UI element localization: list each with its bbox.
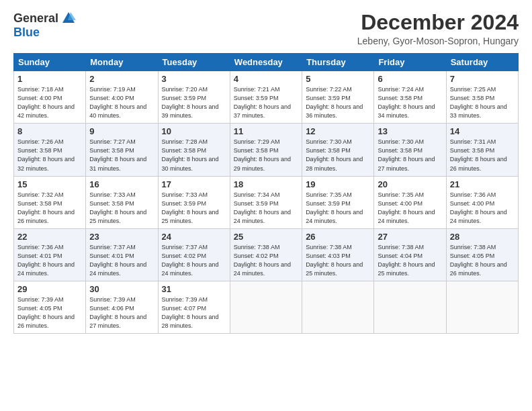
day-info: Sunrise: 7:21 AMSunset: 3:59 PMDaylight:… (234, 86, 291, 119)
calendar-cell: 19Sunrise: 7:35 AMSunset: 3:59 PMDayligh… (302, 176, 374, 228)
col-header-friday: Friday (374, 54, 446, 71)
day-number: 30 (89, 284, 154, 294)
day-info: Sunrise: 7:39 AMSunset: 4:05 PMDaylight:… (17, 296, 75, 329)
day-info: Sunrise: 7:24 AMSunset: 3:58 PMDaylight:… (378, 86, 435, 119)
day-number: 9 (89, 126, 154, 136)
calendar-cell: 6Sunrise: 7:24 AMSunset: 3:58 PMDaylight… (374, 71, 446, 124)
day-number: 23 (89, 232, 154, 242)
day-number: 22 (17, 232, 82, 242)
day-info: Sunrise: 7:26 AMSunset: 3:58 PMDaylight:… (17, 138, 75, 171)
day-number: 19 (306, 179, 370, 189)
calendar-cell: 12Sunrise: 7:30 AMSunset: 3:58 PMDayligh… (302, 124, 374, 176)
col-header-monday: Monday (86, 54, 158, 71)
day-number: 7 (450, 74, 515, 84)
day-number: 18 (234, 179, 298, 189)
day-info: Sunrise: 7:38 AMSunset: 4:04 PMDaylight:… (378, 244, 435, 277)
calendar-cell: 24Sunrise: 7:37 AMSunset: 4:02 PMDayligh… (158, 228, 230, 281)
day-info: Sunrise: 7:37 AMSunset: 4:01 PMDaylight:… (89, 244, 146, 277)
calendar-cell: 14Sunrise: 7:31 AMSunset: 3:58 PMDayligh… (446, 124, 518, 176)
day-number: 16 (89, 179, 154, 189)
day-number: 29 (17, 284, 82, 294)
calendar-cell: 16Sunrise: 7:33 AMSunset: 3:58 PMDayligh… (86, 176, 158, 228)
calendar-cell: 17Sunrise: 7:33 AMSunset: 3:59 PMDayligh… (158, 176, 230, 228)
calendar-cell: 21Sunrise: 7:36 AMSunset: 4:00 PMDayligh… (446, 176, 518, 228)
calendar-cell: 8Sunrise: 7:26 AMSunset: 3:58 PMDaylight… (14, 124, 86, 176)
calendar-cell: 20Sunrise: 7:35 AMSunset: 4:00 PMDayligh… (374, 176, 446, 228)
day-number: 26 (306, 232, 370, 242)
day-number: 6 (378, 74, 442, 84)
day-number: 13 (378, 126, 442, 136)
day-number: 12 (306, 126, 370, 136)
day-info: Sunrise: 7:22 AMSunset: 3:59 PMDaylight:… (306, 86, 363, 119)
day-info: Sunrise: 7:38 AMSunset: 4:05 PMDaylight:… (450, 244, 507, 277)
day-number: 8 (17, 126, 82, 136)
day-info: Sunrise: 7:28 AMSunset: 3:58 PMDaylight:… (162, 138, 219, 171)
week-row-3: 15Sunrise: 7:32 AMSunset: 3:58 PMDayligh… (14, 176, 519, 228)
calendar-cell: 18Sunrise: 7:34 AMSunset: 3:59 PMDayligh… (230, 176, 302, 228)
calendar-cell: 4Sunrise: 7:21 AMSunset: 3:59 PMDaylight… (230, 71, 302, 124)
day-info: Sunrise: 7:25 AMSunset: 3:58 PMDaylight:… (450, 86, 507, 119)
calendar-cell: 9Sunrise: 7:27 AMSunset: 3:58 PMDaylight… (86, 124, 158, 176)
col-header-saturday: Saturday (446, 54, 518, 71)
calendar-cell: 10Sunrise: 7:28 AMSunset: 3:58 PMDayligh… (158, 124, 230, 176)
day-number: 20 (378, 179, 442, 189)
calendar-cell (374, 281, 446, 333)
calendar-cell: 26Sunrise: 7:38 AMSunset: 4:03 PMDayligh… (302, 228, 374, 281)
day-info: Sunrise: 7:34 AMSunset: 3:59 PMDaylight:… (234, 191, 291, 224)
col-header-sunday: Sunday (14, 54, 86, 71)
day-info: Sunrise: 7:30 AMSunset: 3:58 PMDaylight:… (306, 138, 363, 171)
logo-general-text: General (13, 11, 58, 26)
day-info: Sunrise: 7:20 AMSunset: 3:59 PMDaylight:… (162, 86, 219, 119)
day-number: 15 (17, 179, 82, 189)
calendar-cell (446, 281, 518, 333)
calendar-cell: 29Sunrise: 7:39 AMSunset: 4:05 PMDayligh… (14, 281, 86, 333)
calendar-cell: 7Sunrise: 7:25 AMSunset: 3:58 PMDaylight… (446, 71, 518, 124)
day-info: Sunrise: 7:37 AMSunset: 4:02 PMDaylight:… (162, 244, 219, 277)
day-info: Sunrise: 7:18 AMSunset: 4:00 PMDaylight:… (17, 86, 75, 119)
day-info: Sunrise: 7:35 AMSunset: 3:59 PMDaylight:… (306, 191, 363, 224)
day-info: Sunrise: 7:38 AMSunset: 4:02 PMDaylight:… (234, 244, 291, 277)
day-number: 27 (378, 232, 442, 242)
calendar-cell: 31Sunrise: 7:39 AMSunset: 4:07 PMDayligh… (158, 281, 230, 333)
day-number: 31 (162, 284, 226, 294)
day-info: Sunrise: 7:39 AMSunset: 4:07 PMDaylight:… (162, 296, 219, 329)
day-number: 21 (450, 179, 515, 189)
calendar-cell (230, 281, 302, 333)
day-info: Sunrise: 7:19 AMSunset: 4:00 PMDaylight:… (89, 86, 146, 119)
calendar-cell: 25Sunrise: 7:38 AMSunset: 4:02 PMDayligh… (230, 228, 302, 281)
header: General Blue December 2024 Lebeny, Gyor-… (13, 11, 519, 46)
logo-icon (61, 11, 76, 26)
calendar-cell: 1Sunrise: 7:18 AMSunset: 4:00 PMDaylight… (14, 71, 86, 124)
day-info: Sunrise: 7:35 AMSunset: 4:00 PMDaylight:… (378, 191, 435, 224)
day-number: 28 (450, 232, 515, 242)
day-number: 17 (162, 179, 226, 189)
calendar-cell: 11Sunrise: 7:29 AMSunset: 3:58 PMDayligh… (230, 124, 302, 176)
calendar-cell: 28Sunrise: 7:38 AMSunset: 4:05 PMDayligh… (446, 228, 518, 281)
title-block: December 2024 Lebeny, Gyor-Moson-Sopron,… (357, 11, 519, 46)
day-number: 10 (162, 126, 226, 136)
day-number: 11 (234, 126, 298, 136)
location: Lebeny, Gyor-Moson-Sopron, Hungary (357, 36, 519, 46)
day-number: 14 (450, 126, 515, 136)
col-header-thursday: Thursday (302, 54, 374, 71)
week-row-2: 8Sunrise: 7:26 AMSunset: 3:58 PMDaylight… (14, 124, 519, 176)
day-info: Sunrise: 7:33 AMSunset: 3:58 PMDaylight:… (89, 191, 146, 224)
day-info: Sunrise: 7:36 AMSunset: 4:01 PMDaylight:… (17, 244, 75, 277)
week-row-5: 29Sunrise: 7:39 AMSunset: 4:05 PMDayligh… (14, 281, 519, 333)
month-title: December 2024 (357, 11, 519, 34)
day-info: Sunrise: 7:29 AMSunset: 3:58 PMDaylight:… (234, 138, 291, 171)
calendar-cell: 27Sunrise: 7:38 AMSunset: 4:04 PMDayligh… (374, 228, 446, 281)
week-row-1: 1Sunrise: 7:18 AMSunset: 4:00 PMDaylight… (14, 71, 519, 124)
day-number: 24 (162, 232, 226, 242)
calendar-cell: 5Sunrise: 7:22 AMSunset: 3:59 PMDaylight… (302, 71, 374, 124)
day-info: Sunrise: 7:30 AMSunset: 3:58 PMDaylight:… (378, 138, 435, 171)
calendar-cell: 23Sunrise: 7:37 AMSunset: 4:01 PMDayligh… (86, 228, 158, 281)
calendar-cell: 30Sunrise: 7:39 AMSunset: 4:06 PMDayligh… (86, 281, 158, 333)
calendar-cell: 3Sunrise: 7:20 AMSunset: 3:59 PMDaylight… (158, 71, 230, 124)
day-number: 5 (306, 74, 370, 84)
week-row-4: 22Sunrise: 7:36 AMSunset: 4:01 PMDayligh… (14, 228, 519, 281)
day-number: 4 (234, 74, 298, 84)
page: General Blue December 2024 Lebeny, Gyor-… (0, 0, 532, 411)
day-info: Sunrise: 7:39 AMSunset: 4:06 PMDaylight:… (89, 296, 146, 329)
col-header-tuesday: Tuesday (158, 54, 230, 71)
